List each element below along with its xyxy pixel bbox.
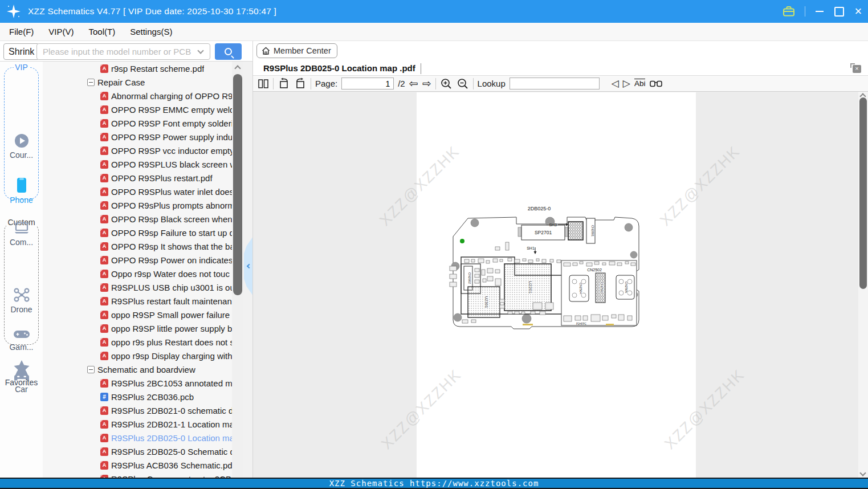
pdf-file-icon: [100, 201, 108, 210]
close-document-button[interactable]: ×: [850, 63, 861, 73]
rail-item-drone[interactable]: Drone: [0, 287, 43, 314]
tree-item[interactable]: Oppo r9sp Water does not touc: [43, 267, 243, 280]
tree-item-label: R9SPlus 2DB025-0 Schematic di: [111, 447, 237, 457]
viewer-scrollbar[interactable]: [858, 92, 868, 478]
rail-item-phone[interactable]: Phone: [0, 177, 43, 205]
svg-text:SH1: SH1: [527, 246, 535, 250]
tree-item[interactable]: R9SPlus Component entry 2CB0: [43, 472, 243, 478]
pdf-file-icon: [100, 215, 108, 223]
rail-item-course[interactable]: Cour...: [0, 133, 43, 160]
tree-item[interactable]: R9SPlus 2DB021-0 schematic di: [43, 404, 243, 417]
tree-item[interactable]: oppo R9SP little power supply b: [43, 321, 243, 335]
two-page-view-icon[interactable]: [258, 78, 269, 89]
pdf-file-icon: [100, 64, 108, 73]
tree-item[interactable]: OPPO R9sp Failure to start up d: [43, 226, 243, 239]
pdf-file-icon: [100, 174, 108, 182]
tree-item-label: R9SPlus 2DB021-0 schematic di: [111, 406, 235, 415]
tree-item[interactable]: OPPO R9sp It shows that the ba: [43, 239, 243, 253]
tree-item-label: R9SPlus 2BC1053 annotated ma: [111, 378, 237, 388]
tree-item[interactable]: R9SPlus 2BC1053 annotated ma: [43, 376, 243, 390]
tree-item[interactable]: OPPO R9SPLUS black screen with: [43, 157, 243, 171]
match-case-button[interactable]: Abi: [634, 79, 646, 88]
menu-tool[interactable]: Tool(T): [89, 27, 116, 36]
tree-item[interactable]: r9sp Restart scheme.pdf: [43, 62, 243, 75]
tree-item-label: OPPO R9SP vcc inductor empty: [111, 146, 234, 156]
tree-item[interactable]: R9SPLUS USB chip u3001 is out: [43, 280, 243, 294]
shrink-button[interactable]: Shrink: [3, 43, 39, 60]
tree-scrollbar[interactable]: [232, 62, 243, 478]
pcb-file-icon: [100, 393, 108, 401]
pdf-file-icon: [100, 338, 108, 347]
tree-item[interactable]: OPPO R9SP Font empty soldering: [43, 116, 243, 130]
menu-file[interactable]: File(F): [9, 27, 34, 36]
tree-item[interactable]: R9SPlus ACB036 Schematic.pdf: [43, 458, 243, 472]
viewer-scrollbar-thumb[interactable]: [859, 97, 867, 289]
rotate-left-icon[interactable]: [278, 78, 290, 90]
briefcase-icon[interactable]: [782, 5, 796, 18]
model-search-field[interactable]: [36, 43, 210, 60]
lookup-label: Lookup: [478, 79, 506, 88]
chevron-down-icon[interactable]: [197, 47, 203, 54]
tree-item-label: r9sp Restart scheme.pdf: [111, 64, 204, 74]
tree-item[interactable]: OPPO R9SP EMMC empty weld: [43, 103, 243, 116]
drone-icon: [13, 287, 30, 303]
document-area[interactable]: 2DB025-0 SP2701 SH3: [253, 92, 859, 478]
tree-item[interactable]: OPPO R9sp Black screen when u: [43, 212, 243, 226]
minimize-button[interactable]: [810, 0, 829, 23]
tree-item[interactable]: R9SPlus 2CB036.pcb: [43, 390, 243, 404]
document-tab[interactable]: R9SPlus 2DB025-0 Location map .pdf: [263, 63, 415, 73]
prev-page-button[interactable]: ⇦: [409, 78, 418, 89]
tree-item[interactable]: R9SPlus 2DB021-1 Location ma: [43, 417, 243, 431]
rail-item-favorites[interactable]: Favorites: [0, 359, 43, 387]
toolbar-separator: [273, 78, 274, 89]
tree-item[interactable]: R9SPlus restart fault maintenan: [43, 294, 243, 308]
tree-item[interactable]: OPPO R9sp Power on indicates: [43, 253, 243, 267]
component-u2301: U2301: [468, 287, 500, 317]
tab-separator: [421, 63, 421, 74]
rail-item-computer[interactable]: Com...: [0, 221, 43, 247]
tree-item[interactable]: OPPO R9sPlus prompts abnormal: [43, 198, 243, 212]
find-next-button[interactable]: ▷: [623, 79, 630, 88]
rail-item-label: Com...: [10, 238, 33, 247]
tree-item[interactable]: oppo R9SP Small power failure: [43, 308, 243, 321]
tree-group[interactable]: Schematic and boardview: [43, 362, 243, 376]
zoom-out-icon[interactable]: [457, 78, 469, 90]
menu-vip[interactable]: VIP(V): [48, 27, 74, 36]
member-center-button[interactable]: Member Center: [256, 43, 337, 58]
tree-item[interactable]: oppo r9sp Display charging with: [43, 349, 243, 362]
collapse-icon[interactable]: [87, 79, 95, 86]
page-number-input[interactable]: [341, 78, 394, 89]
whole-word-glasses-icon[interactable]: [649, 79, 663, 89]
tree-item[interactable]: R9SPlus 2DB025-0 Schematic di: [43, 445, 243, 458]
tree-group[interactable]: Repair Case: [43, 75, 243, 89]
collapse-icon[interactable]: [87, 366, 95, 373]
maximize-button[interactable]: [829, 0, 849, 23]
vip-group-label: VIP: [13, 63, 30, 72]
svg-text:CN2503: CN2503: [600, 282, 604, 294]
find-previous-button[interactable]: ◁: [612, 79, 619, 88]
tree-item[interactable]: OPPO R9SPlus restart.pdf: [43, 171, 243, 185]
tree-scrollbar-thumb[interactable]: [233, 74, 242, 295]
zoom-in-icon[interactable]: [440, 78, 453, 90]
search-button[interactable]: [215, 43, 242, 60]
menu-settings[interactable]: Settings(S): [130, 27, 172, 36]
tree-item[interactable]: OPPO R9SP vcc inductor empty: [43, 144, 243, 157]
tree-item-label: Schematic and boardview: [97, 365, 195, 374]
lookup-input[interactable]: [510, 78, 600, 89]
rotate-right-icon[interactable]: [294, 78, 307, 90]
tree-item[interactable]: OPPO R9SP Power supply inductor: [43, 130, 243, 144]
tree-item[interactable]: Abnormal charging of OPPO R9S: [43, 89, 243, 103]
scroll-down-icon[interactable]: [859, 470, 866, 476]
tree-item-label: oppo R9SP little power supply b: [111, 324, 232, 333]
close-button[interactable]: ×: [849, 0, 868, 23]
tree-item[interactable]: OPPO R9SPlus water inlet does: [43, 185, 243, 198]
tree-item-label: R9SPlus ACB036 Schematic.pdf: [111, 461, 235, 470]
tree-item[interactable]: R9SPlus 2DB025-0 Location ma: [43, 431, 243, 445]
rail-item-game[interactable]: Gam...: [0, 328, 43, 352]
page-total: /2: [398, 79, 405, 88]
tree-item-label: OPPO R9SPlus restart.pdf: [111, 173, 213, 183]
next-page-button[interactable]: ⇨: [422, 78, 431, 89]
scroll-up-icon[interactable]: [234, 65, 241, 71]
model-search-input[interactable]: [37, 47, 198, 56]
tree-item[interactable]: oppo r9s plus Restart does not s: [43, 335, 243, 349]
